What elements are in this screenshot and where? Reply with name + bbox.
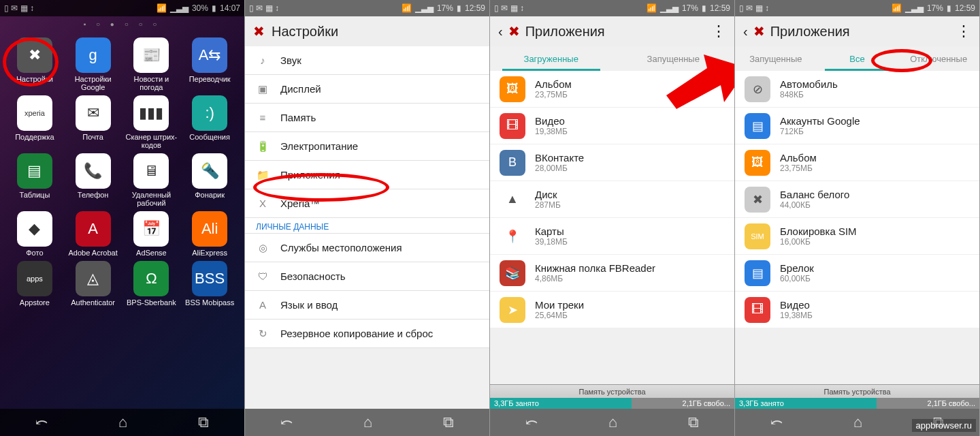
tab[interactable]: Отключенные [898, 46, 979, 71]
app-launcher-item[interactable]: A⇆Переводчик [182, 37, 238, 91]
row-label: Приложения [280, 169, 340, 181]
app-launcher-item[interactable]: 🖥Удаленный рабочий [124, 153, 180, 207]
app-label: BPS-Sberbank [127, 298, 176, 307]
app-row[interactable]: 🎞Видео19,38МБ [735, 292, 979, 328]
app-row[interactable]: ⊘Автомобиль848КБ [735, 71, 979, 108]
app-row[interactable]: ▲Диск287МБ [490, 181, 734, 218]
tab[interactable]: Запущенные [735, 46, 817, 71]
header: ‹ ✖ Приложения ⋮ [490, 16, 734, 46]
home-key[interactable]: ⌂ [118, 414, 127, 431]
home-key[interactable]: ⌂ [608, 414, 617, 431]
app-row[interactable]: 📚Книжная полка FBReader4,86МБ [490, 255, 734, 292]
settings-row[interactable]: AЯзык и ввод [245, 291, 489, 320]
app-icon: 📚 [500, 260, 525, 286]
app-label: AliExpress [192, 249, 227, 257]
recent-key[interactable]: ⧉ [198, 414, 209, 431]
settings-row[interactable]: ≡Память [245, 104, 489, 132]
app-row[interactable]: ➤Мои треки25,64МБ [490, 292, 734, 328]
app-row[interactable]: ▤Аккаунты Google712КБ [735, 108, 979, 144]
status-bar: ▯ ✉ ▦ ↕ 📶 ▁▃▅ 17% ▮ 12:59 [490, 0, 734, 16]
app-row[interactable]: SIMБлокировка SIM16,00КБ [735, 218, 979, 255]
app-launcher-item[interactable]: 📞Телефон [65, 153, 121, 207]
app-row[interactable]: BВКонтакте28,00МБ [490, 144, 734, 181]
app-label: Переводчик [189, 75, 231, 83]
app-launcher-item[interactable]: BSSBSS Mobipass [182, 261, 238, 307]
settings-row[interactable]: XXperia™ [245, 189, 489, 218]
app-launcher-item[interactable]: ◆Фото [7, 211, 63, 257]
app-launcher-item[interactable]: AliAliExpress [182, 211, 238, 257]
app-size: 60,00КБ [780, 274, 814, 283]
app-launcher-item[interactable]: xperiaПоддержка [7, 95, 63, 149]
clock: 14:07 [220, 3, 240, 13]
app-icon: ➤ [500, 297, 525, 323]
back-key[interactable]: ⤺ [280, 414, 293, 431]
app-launcher-item[interactable]: gНастройки Google [65, 37, 121, 91]
status-bar: ▯ ✉ ▦ ↕ 📶 ▁▃▅ 17% ▮ 12:59 [735, 0, 979, 16]
settings-row[interactable]: 🛡Безопасность [245, 262, 489, 291]
back-key[interactable]: ⤺ [770, 414, 783, 431]
settings-row[interactable]: ♪Звук [245, 46, 489, 75]
overflow-menu[interactable]: ⋮ [711, 22, 726, 40]
app-row[interactable]: 🖼Альбом23,75МБ [735, 144, 979, 181]
settings-row[interactable]: 📁Приложения [245, 161, 489, 189]
app-icon: Ω [133, 261, 169, 296]
tab[interactable]: Загруженные [490, 46, 612, 71]
back-button[interactable]: ‹ [498, 24, 503, 40]
app-icon: ▤ [17, 153, 52, 189]
app-launcher-item[interactable]: ◬Authenticator [65, 261, 121, 307]
settings-row[interactable]: 🔋Электропитание [245, 132, 489, 161]
app-row[interactable]: ✖Баланс белого44,00КБ [735, 181, 979, 218]
app-row[interactable]: 📍Карты39,18МБ [490, 218, 734, 255]
app-icon: ▲ [500, 187, 525, 213]
app-icon: A⇆ [192, 37, 227, 73]
app-row[interactable]: ▤Брелок60,00КБ [735, 255, 979, 292]
wifi-icon: 📶 [647, 3, 657, 13]
app-label: Почта [82, 133, 103, 141]
app-launcher-item[interactable]: ▮▮▮Сканер штрих-кодов [124, 95, 180, 149]
settings-row[interactable]: ▣Дисплей [245, 75, 489, 104]
app-launcher-item[interactable]: ΩBPS-Sberbank [124, 261, 180, 307]
app-size: 19,38МБ [780, 311, 813, 320]
app-icon: 📅 [133, 211, 169, 247]
app-launcher-item[interactable]: ✖Настройки [7, 37, 63, 91]
app-size: 44,00КБ [780, 200, 849, 210]
watermark: appbrowser.ru [912, 419, 976, 432]
row-label: Резервное копирование и сброс [280, 328, 433, 339]
settings-row[interactable]: ↻Резервное копирование и сброс [245, 320, 489, 348]
row-icon: A [256, 299, 270, 311]
recent-key[interactable]: ⧉ [443, 414, 454, 431]
app-name: Мои треки [535, 299, 584, 311]
app-icon: Ali [192, 211, 227, 247]
app-launcher-item[interactable]: 📰Новости и погода [124, 37, 180, 91]
panel-apps-all: ▯ ✉ ▦ ↕ 📶 ▁▃▅ 17% ▮ 12:59 ‹ ✖ Приложения… [735, 0, 980, 436]
back-key[interactable]: ⤺ [525, 414, 538, 431]
app-name: Автомобиль [780, 78, 838, 90]
app-launcher-item[interactable]: 📅AdSense [124, 211, 180, 257]
row-label: Службы местоположения [280, 242, 402, 253]
panel-apps-downloaded: ▯ ✉ ▦ ↕ 📶 ▁▃▅ 17% ▮ 12:59 ‹ ✖ Приложения… [490, 0, 735, 436]
home-key[interactable]: ⌂ [853, 414, 862, 431]
app-size: 23,75МБ [535, 90, 572, 99]
home-key[interactable]: ⌂ [363, 414, 372, 431]
app-name: Аккаунты Google [780, 115, 860, 127]
app-launcher-item[interactable]: 🔦Фонарик [182, 153, 238, 207]
app-launcher-item[interactable]: appsAppstore [7, 261, 63, 307]
settings-row[interactable]: ◎Службы местоположения [245, 234, 489, 262]
battery-icon: ▮ [702, 3, 706, 13]
app-icon: 🖥 [133, 153, 169, 189]
app-launcher-item[interactable]: AAdobe Acrobat [65, 211, 121, 257]
app-launcher-item[interactable]: ✉Почта [65, 95, 121, 149]
app-label: Сканер штрих-кодов [124, 133, 180, 149]
tab[interactable]: Все [817, 46, 898, 71]
svg-marker-0 [666, 54, 735, 109]
app-launcher-item[interactable]: :)Сообщения [182, 95, 238, 149]
battery-percent: 17% [682, 3, 698, 13]
recent-key[interactable]: ⧉ [688, 414, 699, 431]
app-launcher-item[interactable]: ▤Таблицы [7, 153, 63, 207]
clock: 12:59 [465, 3, 485, 13]
app-icon: ✉ [76, 95, 111, 131]
storage-used: 3,3ГБ занято [735, 398, 877, 409]
overflow-menu[interactable]: ⋮ [956, 22, 971, 40]
back-button[interactable]: ‹ [743, 24, 748, 40]
back-key[interactable]: ⤺ [35, 414, 48, 431]
